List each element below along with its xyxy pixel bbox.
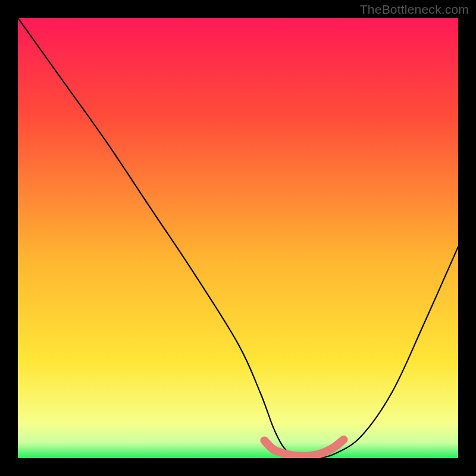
plot-area xyxy=(18,18,458,458)
attribution-text: TheBottleneck.com xyxy=(360,2,469,17)
curve-layer xyxy=(18,18,458,458)
chart-canvas: TheBottleneck.com xyxy=(0,0,476,476)
flat-bottom-marker xyxy=(264,440,343,456)
bottleneck-curve xyxy=(18,18,458,458)
